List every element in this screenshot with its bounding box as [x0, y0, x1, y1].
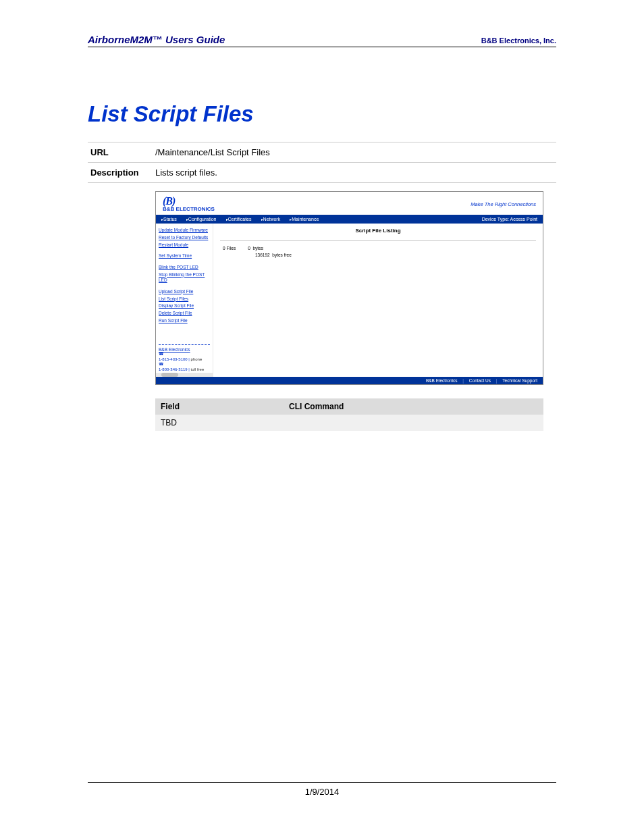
meta-row-description: Description Lists script files.	[88, 162, 556, 183]
command-table: Field CLI Command TBD	[155, 398, 543, 431]
sidebar-divider	[159, 344, 210, 345]
sidebar-item-reset-defaults[interactable]: Reset to Factory Defaults	[159, 235, 210, 240]
sidebar-item-update-firmware[interactable]: Update Module Firmware	[159, 228, 210, 233]
footer-separator: |	[462, 378, 464, 383]
screenshot-header: (B) B&B ELECTRONICS Make The Right Conne…	[156, 192, 543, 215]
main-panel-divider	[220, 240, 536, 241]
sidebar-phone2-label: toll free	[191, 367, 205, 371]
sidebar-scrollbar[interactable]	[156, 373, 213, 377]
embedded-screenshot: (B) B&B ELECTRONICS Make The Right Conne…	[155, 191, 543, 385]
sidebar: Update Module Firmware Reset to Factory …	[156, 224, 213, 377]
sidebar-phone2-number: 1-800-346-3119 |	[159, 367, 190, 371]
stats-line-files: 0 Files 0 bytes	[223, 245, 536, 252]
tab-certificates[interactable]: Certificates	[226, 217, 252, 221]
script-stats: 0 Files 0 bytes 136192 bytes free	[220, 245, 536, 259]
tab-configuration[interactable]: Configuration	[186, 217, 217, 221]
meta-table: URL /Maintenance/List Script Files Descr…	[88, 142, 556, 183]
meta-value-url: /Maintenance/List Script Files	[155, 147, 556, 157]
sidebar-group-script: Upload Script File List Script Files Dis…	[159, 289, 210, 324]
tab-network[interactable]: Network	[261, 217, 281, 221]
sidebar-item-stop-blink-post-led[interactable]: Stop Blinking the POST LED	[159, 272, 210, 284]
command-cell-cli	[284, 415, 543, 431]
sidebar-group-module: Update Module Firmware Reset to Factory …	[159, 228, 210, 248]
sidebar-item-list-script[interactable]: List Script Files	[159, 296, 210, 302]
document-date: 1/9/2014	[88, 787, 556, 797]
sidebar-phone2-icon: ☎	[159, 362, 210, 367]
footer-link-support[interactable]: Technical Support	[502, 378, 537, 383]
sidebar-phone1: 1-815-433-5100 | phone	[159, 357, 210, 363]
footer-separator: |	[496, 378, 498, 383]
tab-maintenance[interactable]: Maintenance	[290, 217, 319, 221]
device-type-label: Device Type: Access Point	[482, 217, 537, 221]
sidebar-item-set-system-time[interactable]: Set System Time	[159, 253, 210, 259]
command-table-header-field: Field	[155, 398, 284, 415]
sidebar-item-restart-module[interactable]: Restart Module	[159, 242, 210, 248]
screenshot-footer: B&B Electronics | Contact Us | Technical…	[156, 377, 543, 384]
command-table-header-cli: CLI Command	[284, 398, 543, 415]
logo-text: B&B ELECTRONICS	[163, 207, 215, 212]
meta-label-url: URL	[88, 147, 155, 157]
command-table-header-row: Field CLI Command	[155, 398, 543, 415]
tab-bar: Status Configuration Certificates Networ…	[156, 215, 543, 224]
sidebar-phone1-number: 1-815-433-5100 |	[159, 357, 190, 361]
document-header: AirborneM2M™ Users Guide B&B Electronics…	[88, 34, 556, 47]
sidebar-phone-icon: ☎	[159, 352, 210, 357]
stats-line-free: 136192 bytes free	[223, 252, 536, 259]
footer-link-company[interactable]: B&B Electronics	[426, 378, 458, 383]
meta-value-description: Lists script files.	[155, 167, 556, 178]
sidebar-footer-company[interactable]: B&B Electronics	[159, 347, 210, 352]
footer-link-contact[interactable]: Contact Us	[469, 378, 491, 383]
tab-status[interactable]: Status	[161, 217, 177, 221]
screenshot-body: Update Module Firmware Reset to Factory …	[156, 224, 543, 377]
logo-b-icon: (B)	[163, 196, 215, 207]
sidebar-item-blink-post-led[interactable]: Blink the POST LED	[159, 265, 210, 270]
tagline: Make The Right Connections	[471, 201, 536, 207]
sidebar-group-time: Set System Time	[159, 253, 210, 259]
page-title: List Script Files	[88, 101, 556, 127]
main-panel-title: Script File Listing	[220, 228, 536, 234]
logo: (B) B&B ELECTRONICS	[163, 196, 215, 212]
command-table-row: TBD	[155, 415, 543, 431]
meta-label-description: Description	[88, 167, 155, 178]
command-cell-field: TBD	[155, 415, 284, 431]
sidebar-phone1-label: phone	[191, 357, 203, 361]
footer-rule	[88, 782, 556, 783]
sidebar-item-delete-script[interactable]: Delete Script File	[159, 311, 210, 316]
sidebar-item-upload-script[interactable]: Upload Script File	[159, 289, 210, 294]
meta-row-url: URL /Maintenance/List Script Files	[88, 142, 556, 162]
sidebar-item-display-script[interactable]: Display Script File	[159, 303, 210, 309]
sidebar-group-led: Blink the POST LED Stop Blinking the POS…	[159, 265, 210, 284]
document-footer: 1/9/2014	[0, 782, 644, 797]
scrollbar-thumb[interactable]	[161, 373, 178, 377]
main-panel: Script File Listing 0 Files 0 bytes 1361…	[213, 224, 543, 377]
sidebar-phone2: 1-800-346-3119 | toll free	[159, 367, 210, 373]
header-right-company: B&B Electronics, Inc.	[481, 36, 556, 45]
header-left-title: AirborneM2M™ Users Guide	[88, 34, 225, 45]
sidebar-item-run-script[interactable]: Run Script File	[159, 318, 210, 323]
